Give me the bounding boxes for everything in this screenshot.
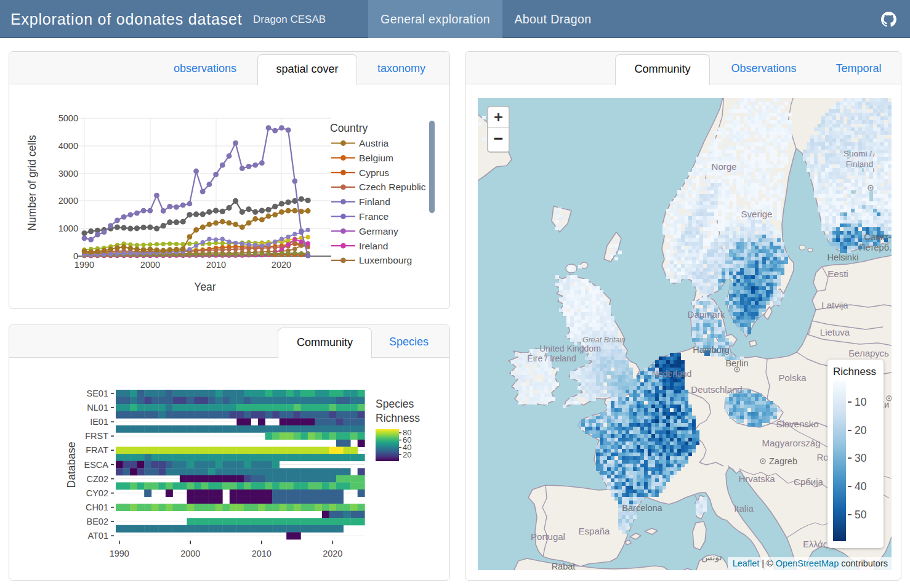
svg-text:Србија: Србија	[794, 477, 823, 487]
svg-text:Italia: Italia	[734, 503, 754, 513]
svg-text:FRAT: FRAT	[86, 445, 108, 455]
svg-text:Magyarország: Magyarország	[762, 438, 820, 448]
svg-text:Slovensko: Slovensko	[776, 419, 818, 429]
svg-text:Database: Database	[65, 442, 78, 488]
svg-text:Éire / Ireland: Éire / Ireland	[527, 353, 576, 363]
svg-text:IE01: IE01	[90, 417, 108, 427]
svg-text:Ireland: Ireland	[359, 241, 388, 251]
svg-text:Belgium: Belgium	[359, 153, 393, 163]
svg-text:تونس: تونس	[702, 552, 722, 563]
svg-text:Hrvatska: Hrvatska	[738, 473, 775, 484]
svg-text:Year: Year	[194, 281, 216, 293]
svg-text:Polska: Polska	[778, 373, 807, 383]
svg-text:1990: 1990	[110, 549, 129, 558]
svg-text:20: 20	[855, 424, 867, 437]
svg-text:Luxembourg: Luxembourg	[359, 255, 412, 265]
svg-text:Portugal: Portugal	[531, 531, 565, 542]
svg-text:Sverige: Sverige	[741, 209, 773, 219]
svg-text:2000: 2000	[140, 260, 160, 270]
svg-text:France: France	[359, 211, 389, 222]
svg-text:Czech Republic: Czech Republic	[359, 182, 426, 192]
svg-text:4000: 4000	[58, 141, 78, 151]
svg-text:2020: 2020	[323, 549, 342, 558]
svg-text:Nederland: Nederland	[652, 369, 692, 379]
svg-text:Zagreb: Zagreb	[769, 456, 797, 466]
svg-text:Great Britain: Great Britain	[582, 336, 626, 344]
svg-text:Ελλάς: Ελλάς	[803, 539, 827, 549]
svg-text:Country: Country	[330, 122, 368, 134]
svg-text:10: 10	[855, 396, 867, 408]
svg-text:ESCA: ESCA	[84, 460, 109, 470]
svg-text:Norge: Norge	[712, 161, 737, 172]
svg-text:Latvija: Latvija	[821, 300, 848, 310]
svg-text:Species: Species	[376, 398, 414, 410]
svg-text:Finland: Finland	[359, 196, 390, 207]
svg-text:Eesti: Eesti	[827, 268, 848, 279]
svg-text:20: 20	[403, 450, 411, 459]
svg-text:40: 40	[855, 480, 867, 493]
svg-text:1000: 1000	[58, 224, 78, 233]
svg-text:AT01: AT01	[87, 531, 108, 541]
svg-text:Germany: Germany	[359, 226, 398, 236]
svg-text:Ro: Ro	[816, 452, 828, 462]
svg-text:Cyprus: Cyprus	[359, 167, 389, 178]
svg-text:2020: 2020	[272, 260, 291, 270]
svg-text:5000: 5000	[58, 113, 78, 123]
svg-text:NL01: NL01	[87, 403, 108, 413]
svg-text:CH01: CH01	[86, 502, 108, 512]
svg-text:BE02: BE02	[87, 517, 108, 526]
svg-text:2000: 2000	[58, 196, 78, 206]
svg-text:Barcelona: Barcelona	[622, 503, 662, 513]
svg-text:Петерб.: Петерб.	[859, 243, 892, 252]
svg-text:United Kingdom: United Kingdom	[539, 344, 601, 353]
svg-text:2010: 2010	[206, 260, 226, 270]
svg-text:2010: 2010	[252, 549, 272, 558]
svg-text:Danmark: Danmark	[688, 309, 725, 320]
svg-text:Санкт-: Санкт-	[864, 232, 892, 242]
svg-text:Berlin: Berlin	[725, 358, 748, 368]
svg-text:50: 50	[855, 509, 867, 521]
svg-text:Number of grid cells: Number of grid cells	[26, 135, 38, 231]
svg-text:España: España	[579, 526, 611, 536]
svg-text:SE01: SE01	[87, 389, 108, 398]
svg-text:CY02: CY02	[86, 488, 108, 498]
svg-text:30: 30	[855, 452, 867, 464]
svg-text:Беларусь: Беларусь	[848, 348, 889, 358]
svg-text:Deutschland: Deutschland	[691, 384, 742, 395]
svg-text:Rabat: Rabat	[552, 562, 576, 570]
svg-text:Austria: Austria	[359, 138, 389, 148]
svg-text:1990: 1990	[74, 260, 94, 270]
svg-text:2000: 2000	[180, 549, 200, 558]
svg-text:Hamburg: Hamburg	[693, 345, 730, 355]
svg-text:3000: 3000	[58, 169, 78, 179]
svg-text:Lietuva: Lietuva	[820, 327, 850, 337]
svg-text:Suomi /: Suomi /	[844, 149, 872, 158]
svg-text:FRST: FRST	[85, 431, 108, 441]
svg-text:Helsinki: Helsinki	[827, 252, 859, 262]
svg-text:CZ02: CZ02	[87, 474, 108, 484]
svg-text:Richness: Richness	[376, 412, 420, 424]
svg-text:Finland: Finland	[846, 159, 873, 169]
